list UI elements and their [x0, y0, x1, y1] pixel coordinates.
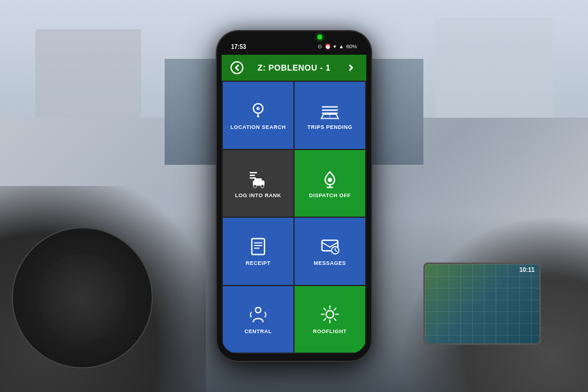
receipt-label: RECEIPT [246, 260, 271, 267]
status-icons: ⊙ ⏰ ▾ ▲ 60% [318, 44, 357, 49]
rooflight-button[interactable]: ROOFLIGHT [295, 286, 365, 353]
signal-icon: ▲ [339, 44, 344, 49]
location-search-label: LOCATION SEARCH [230, 124, 286, 131]
zone-title: Z: POBLENOU - 1 [258, 63, 330, 72]
battery-icon: 60% [346, 44, 357, 49]
rooflight-label: ROOFLIGHT [313, 328, 347, 335]
svg-point-0 [231, 62, 243, 74]
location-search-icon: i [248, 99, 269, 121]
nav-map-grid [425, 264, 539, 343]
messages-button[interactable]: MESSAGES [295, 218, 365, 285]
log-into-rank-icon [248, 168, 269, 189]
svg-line-31 [334, 308, 336, 310]
svg-point-11 [261, 185, 264, 188]
header-bar: Z: POBLENOU - 1 [222, 55, 366, 81]
forward-button[interactable] [342, 58, 360, 77]
location-icon: ⊙ [318, 44, 322, 49]
dispatch-off-icon [319, 168, 340, 189]
speedometer-inner [38, 254, 126, 342]
log-into-rank-button[interactable]: LOG INTO RANK [223, 150, 293, 217]
status-bar: 17:53 ⊙ ⏰ ▾ ▲ 60% [222, 38, 366, 55]
bg-building-right [435, 18, 553, 118]
bg-building-left [35, 29, 141, 118]
receipt-icon [248, 235, 269, 257]
trips-pending-icon [319, 99, 340, 121]
phone-screen: 17:53 ⊙ ⏰ ▾ ▲ 60% Z: POBLENOU - 1 [222, 38, 366, 354]
svg-point-10 [253, 185, 256, 188]
bg-dashboard-left [0, 186, 206, 392]
alarm-icon: ⏰ [325, 44, 331, 49]
app-grid: i LOCATION SEARCH TRIPS PEND [222, 81, 366, 354]
svg-point-23 [256, 307, 261, 313]
svg-point-24 [326, 311, 334, 318]
svg-rect-7 [250, 177, 256, 178]
location-search-button[interactable]: i LOCATION SEARCH [223, 82, 293, 149]
speedometer [12, 227, 153, 368]
central-icon [248, 304, 269, 325]
svg-point-12 [328, 178, 332, 182]
central-button[interactable]: CENTRAL [223, 286, 293, 353]
svg-rect-6 [250, 175, 255, 176]
central-label: CENTRAL [245, 328, 272, 335]
back-button[interactable] [228, 58, 246, 77]
dispatch-off-button[interactable]: DISPATCH OFF [295, 150, 365, 217]
messages-label: MESSAGES [313, 260, 346, 267]
svg-rect-15 [252, 239, 265, 255]
rooflight-icon [319, 304, 340, 325]
nav-screen-time: 10:11 [519, 267, 534, 273]
phone-wrapper: 17:53 ⊙ ⏰ ▾ ▲ 60% Z: POBLENOU - 1 [217, 31, 371, 361]
svg-text:i: i [258, 106, 259, 110]
dispatch-off-label: DISPATCH OFF [309, 192, 350, 199]
navigation-screen: 10:11 [423, 263, 541, 345]
svg-rect-5 [250, 172, 258, 173]
receipt-button[interactable]: RECEIPT [223, 218, 293, 285]
svg-line-29 [324, 308, 326, 310]
trips-pending-label: TRIPS PENDING [308, 124, 353, 131]
messages-icon [319, 235, 340, 257]
trips-pending-button[interactable]: TRIPS PENDING [295, 82, 365, 149]
svg-line-32 [324, 318, 326, 320]
bg-dashboard-right: 10:11 [400, 215, 588, 392]
svg-rect-9 [255, 178, 262, 182]
camera-dot [318, 35, 322, 39]
svg-line-30 [334, 318, 336, 320]
status-time: 17:53 [231, 44, 246, 50]
smartphone: 17:53 ⊙ ⏰ ▾ ▲ 60% Z: POBLENOU - 1 [217, 31, 371, 361]
wifi-icon: ▾ [333, 44, 336, 49]
log-into-rank-label: LOG INTO RANK [235, 192, 281, 199]
